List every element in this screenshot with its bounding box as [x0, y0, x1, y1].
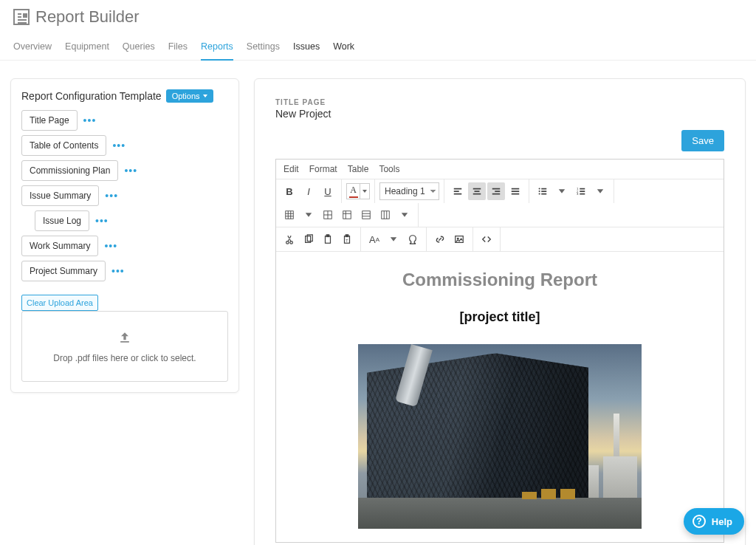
section-menu-icon[interactable]: ••• — [83, 114, 97, 126]
paste-text-button[interactable]: T — [338, 230, 356, 248]
section-button-commissioning-plan[interactable]: Commissioning Plan — [21, 160, 118, 181]
editor-toolbar-row-2: T AA — [276, 227, 724, 252]
svg-rect-10 — [382, 211, 390, 219]
svg-text:3: 3 — [577, 192, 579, 196]
bullet-list-button[interactable] — [534, 182, 551, 200]
table-col-dropdown[interactable] — [396, 206, 413, 224]
help-icon: ? — [693, 515, 706, 528]
pdf-dropzone[interactable]: Drop .pdf files here or click to select. — [21, 311, 228, 382]
section-button-table-of-contents[interactable]: Table of Contents — [21, 135, 106, 156]
page-title: Report Builder — [35, 7, 140, 27]
align-center-button[interactable] — [468, 182, 486, 200]
section-row: Issue Log••• — [35, 210, 228, 231]
help-button[interactable]: ? Help — [684, 508, 744, 535]
menu-edit[interactable]: Edit — [284, 164, 299, 174]
svg-point-21 — [457, 238, 458, 239]
section-button-issue-summary[interactable]: Issue Summary — [21, 185, 99, 206]
svg-rect-9 — [362, 211, 371, 219]
svg-point-1 — [539, 191, 540, 192]
tab-equipment[interactable]: Equipment — [65, 41, 109, 60]
link-button[interactable] — [431, 230, 449, 248]
section-menu-icon[interactable]: ••• — [124, 165, 137, 176]
editor-toolbar-row-1: B I U A Heading 1 — [276, 179, 724, 227]
report-builder-icon — [13, 9, 30, 25]
align-right-button[interactable] — [487, 182, 505, 200]
menu-format[interactable]: Format — [309, 164, 337, 174]
svg-rect-18 — [346, 235, 348, 237]
section-button-issue-log[interactable]: Issue Log — [35, 210, 89, 231]
menu-tools[interactable]: Tools — [379, 164, 399, 174]
save-button[interactable]: Save — [681, 130, 724, 151]
table-insert-dropdown[interactable] — [300, 206, 317, 224]
paste-button[interactable] — [319, 230, 337, 248]
dropzone-text: Drop .pdf files here or click to select. — [53, 353, 196, 363]
cut-button[interactable] — [281, 230, 298, 248]
clear-upload-button[interactable]: Clear Upload Area — [21, 295, 98, 311]
tab-settings[interactable]: Settings — [247, 41, 280, 60]
tab-overview[interactable]: Overview — [13, 41, 52, 60]
copy-button[interactable] — [300, 230, 317, 248]
section-menu-icon[interactable]: ••• — [111, 265, 125, 277]
config-title: Report Configuration Template — [21, 90, 162, 102]
number-list-dropdown[interactable] — [591, 182, 609, 200]
svg-point-2 — [539, 193, 540, 194]
tab-queries[interactable]: Queries — [123, 41, 155, 60]
editor-panel: TITLE PAGE New Project Save EditFormatTa… — [254, 78, 746, 545]
table-col-button[interactable] — [377, 206, 394, 224]
image-button[interactable] — [450, 230, 468, 248]
table-delete-button[interactable] — [319, 206, 337, 224]
section-row: Work Summary••• — [21, 236, 228, 256]
nav-tabs: OverviewEquipmentQueriesFilesReportsSett… — [0, 31, 756, 61]
text-color-button[interactable]: A — [346, 183, 370, 199]
menu-table[interactable]: Table — [348, 164, 369, 174]
section-row: Table of Contents••• — [21, 135, 228, 156]
section-row: Issue Summary••• — [21, 185, 228, 206]
align-justify-button[interactable] — [506, 182, 524, 200]
config-panel: Report Configuration Template Options Ti… — [10, 78, 239, 393]
svg-rect-8 — [343, 211, 351, 219]
special-char-button[interactable] — [404, 230, 422, 248]
svg-text:T: T — [346, 239, 348, 243]
bold-button[interactable]: B — [281, 182, 298, 200]
number-list-button[interactable]: 123 — [572, 182, 590, 200]
caret-down-icon — [203, 95, 207, 97]
table-row-button[interactable] — [357, 206, 375, 224]
tab-reports[interactable]: Reports — [201, 41, 233, 61]
underline-button[interactable]: U — [319, 182, 337, 200]
document-subtitle: [project title] — [291, 309, 709, 325]
source-code-button[interactable] — [478, 230, 495, 248]
section-button-project-summary[interactable]: Project Summary — [21, 261, 106, 281]
editor-menubar: EditFormatTableTools — [276, 160, 724, 179]
editor-content[interactable]: Commissioning Report [project title] — [276, 252, 724, 542]
tab-files[interactable]: Files — [168, 41, 188, 60]
section-menu-icon[interactable]: ••• — [95, 215, 109, 227]
font-size-dropdown[interactable] — [385, 230, 402, 248]
svg-point-12 — [290, 241, 293, 244]
section-menu-icon[interactable]: ••• — [105, 190, 118, 202]
document-image — [358, 344, 642, 529]
options-label: Options — [172, 92, 200, 100]
italic-button[interactable]: I — [300, 182, 317, 200]
bullet-list-dropdown[interactable] — [553, 182, 571, 200]
options-button[interactable]: Options — [166, 89, 213, 103]
document-title: Commissioning Report — [291, 270, 709, 290]
project-name: New Project — [275, 108, 724, 120]
tab-issues[interactable]: Issues — [293, 41, 320, 60]
font-size-button[interactable]: AA — [365, 230, 383, 248]
help-label: Help — [712, 516, 732, 527]
table-props-button[interactable] — [338, 206, 356, 224]
section-menu-icon[interactable]: ••• — [104, 240, 117, 252]
section-row: Project Summary••• — [21, 261, 228, 281]
table-insert-button[interactable] — [281, 206, 298, 224]
heading-select[interactable]: Heading 1 — [379, 182, 439, 200]
svg-rect-16 — [326, 235, 329, 237]
rich-text-editor: EditFormatTableTools B I U A Heading 1 — [275, 159, 724, 543]
section-menu-icon[interactable]: ••• — [112, 140, 126, 151]
align-left-button[interactable] — [449, 182, 467, 200]
section-button-title-page[interactable]: Title Page — [21, 110, 78, 131]
page-header: Report Builder — [0, 0, 756, 31]
svg-point-0 — [539, 188, 540, 189]
section-list: Title Page•••Table of Contents•••Commiss… — [21, 110, 228, 281]
tab-work[interactable]: Work — [333, 41, 354, 60]
section-button-work-summary[interactable]: Work Summary — [21, 236, 98, 256]
